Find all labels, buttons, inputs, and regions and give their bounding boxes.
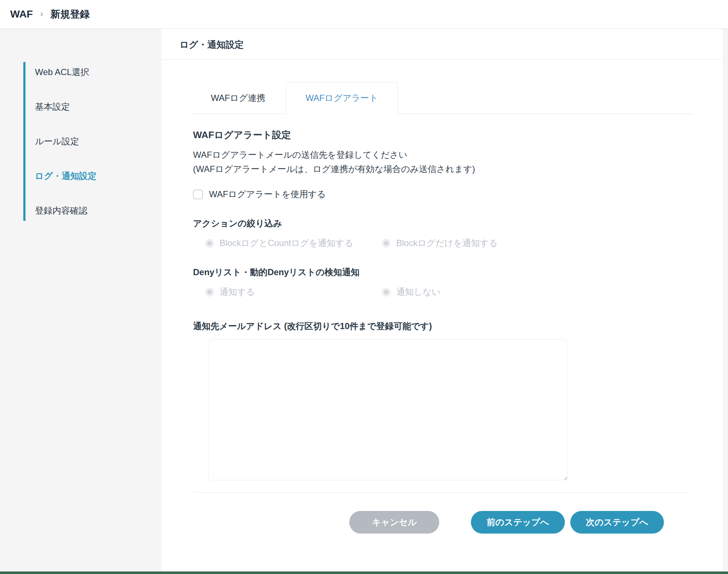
main-area: Web ACL選択 基本設定 ルール設定 ログ・通知設定 登録内容確認 ログ・通… bbox=[0, 29, 728, 574]
sidebar-item-confirm[interactable]: 登録内容確認 bbox=[35, 203, 161, 218]
sidebar-item-basic-settings[interactable]: 基本設定 bbox=[35, 99, 161, 114]
radio-label: Blockログだけを通知する bbox=[396, 237, 498, 249]
section-description-line2: (WAFログアラートメールは、ログ連携が有効な場合のみ送信されます) bbox=[193, 162, 691, 176]
cancel-button[interactable]: キャンセル bbox=[349, 511, 439, 534]
previous-step-button[interactable]: 前のステップへ bbox=[471, 511, 564, 534]
deny-notify-label: Denyリスト・動的Denyリストの検知通知 bbox=[193, 266, 691, 278]
sidebar-item-rule-settings[interactable]: ルール設定 bbox=[35, 134, 161, 149]
radio-icon[interactable] bbox=[205, 239, 214, 248]
checkbox-icon[interactable] bbox=[193, 190, 203, 199]
sidebar-item-log-notification[interactable]: ログ・通知設定 bbox=[35, 169, 161, 183]
tab-waf-log-link[interactable]: WAFログ連携 bbox=[190, 82, 286, 114]
chevron-right-icon: › bbox=[40, 9, 43, 19]
checkbox-label: WAFログアラートを使用する bbox=[209, 188, 326, 200]
deny-notify-options: 通知する 通知しない bbox=[193, 286, 691, 298]
email-addresses-textarea[interactable] bbox=[208, 339, 568, 480]
radio-no-notify[interactable]: 通知しない bbox=[382, 286, 441, 298]
bottom-edge-bar bbox=[0, 571, 728, 574]
radio-notify[interactable]: 通知する bbox=[205, 286, 382, 298]
footer-divider bbox=[193, 492, 691, 493]
step-list: Web ACL選択 基本設定 ルール設定 ログ・通知設定 登録内容確認 bbox=[23, 62, 161, 221]
radio-icon[interactable] bbox=[382, 239, 391, 248]
breadcrumb-current: 新規登録 bbox=[50, 8, 90, 21]
section-heading: WAFログアラート設定 bbox=[193, 129, 691, 141]
radio-label: 通知しない bbox=[396, 286, 441, 298]
radio-icon[interactable] bbox=[382, 288, 391, 297]
radio-icon[interactable] bbox=[205, 288, 214, 297]
tab-waf-log-alert[interactable]: WAFログアラート bbox=[286, 82, 398, 114]
tab-content: WAFログアラート設定 WAFログアラートメールの送信先を登録してください (W… bbox=[161, 114, 723, 574]
email-addresses-label: 通知先メールアドレス (改行区切りで10件まで登録可能です) bbox=[193, 320, 691, 332]
radio-block-and-count[interactable]: BlockログとCountログを通知する bbox=[205, 237, 382, 249]
use-waf-log-alert-checkbox-row[interactable]: WAFログアラートを使用する bbox=[193, 188, 691, 200]
breadcrumb: WAF › 新規登録 bbox=[0, 0, 728, 29]
next-step-button[interactable]: 次のステップへ bbox=[570, 511, 664, 534]
action-filter-label: アクションの絞り込み bbox=[193, 218, 691, 229]
radio-label: BlockログとCountログを通知する bbox=[220, 237, 353, 249]
sidebar-item-web-acl[interactable]: Web ACL選択 bbox=[35, 65, 161, 79]
page-title: ログ・通知設定 bbox=[161, 29, 723, 60]
radio-block-only[interactable]: Blockログだけを通知する bbox=[382, 237, 498, 249]
step-sidebar: Web ACL選択 基本設定 ルール設定 ログ・通知設定 登録内容確認 bbox=[0, 29, 161, 574]
radio-label: 通知する bbox=[220, 286, 255, 298]
tab-bar: WAFログ連携 WAFログアラート bbox=[190, 82, 694, 114]
action-filter-options: BlockログとCountログを通知する Blockログだけを通知する bbox=[193, 237, 691, 249]
section-description-line1: WAFログアラートメールの送信先を登録してください bbox=[193, 148, 691, 162]
wizard-footer: キャンセル 前のステップへ 次のステップへ bbox=[193, 511, 691, 534]
breadcrumb-root-waf[interactable]: WAF bbox=[10, 8, 33, 20]
settings-card: ログ・通知設定 WAFログ連携 WAFログアラート WAFログアラート設定 WA… bbox=[161, 29, 723, 574]
